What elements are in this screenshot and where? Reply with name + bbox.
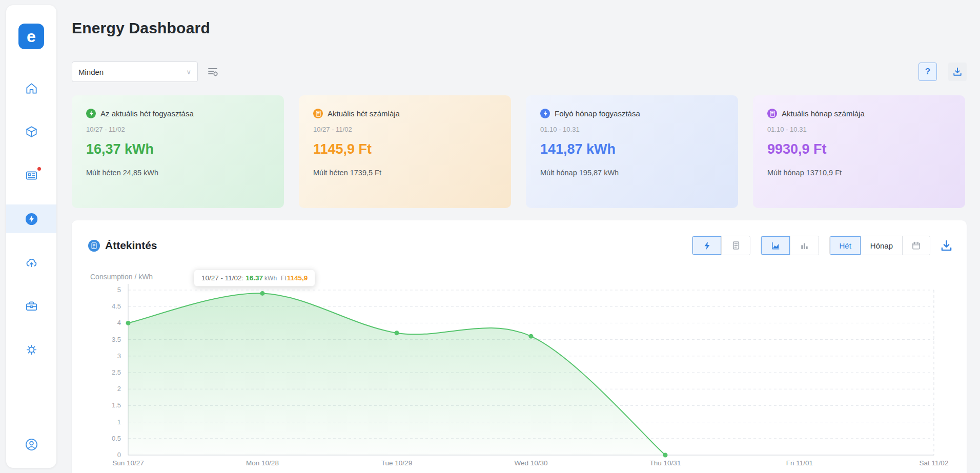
main-content: Energy Dashboard Minden ∨ ?: [72, 0, 967, 473]
svg-text:Fri 11/01: Fri 11/01: [786, 459, 813, 467]
range-month-button[interactable]: Hónap: [861, 236, 902, 255]
svg-text:Tue 10/29: Tue 10/29: [381, 459, 412, 467]
card-month-consumption[interactable]: Folyó hónap fogyasztása 01.10 - 10.31 14…: [526, 95, 738, 208]
range-calendar-button[interactable]: [902, 236, 930, 255]
tooltip-ft-value: 1145,9: [287, 274, 308, 282]
download-icon: [953, 67, 962, 76]
svg-text:0.5: 0.5: [112, 435, 121, 442]
card-compare: Múlt hónap 13710,9 Ft: [767, 169, 951, 177]
chart-tooltip: 10/27 - 11/02: 16.37 kWh Ft 1145,9: [194, 270, 315, 286]
overview-title: Áttekintés: [105, 239, 157, 252]
range-group: Hét Hónap: [829, 236, 930, 255]
sidebar-item-settings[interactable]: [6, 335, 56, 364]
filter-bar: Minden ∨ ?: [72, 61, 967, 82]
tooltip-kwh-value: 16.37: [246, 274, 263, 282]
card-value: 16,37 kWh: [86, 141, 270, 157]
list-settings-button[interactable]: [207, 66, 218, 77]
card-title: Folyó hónap fogyasztása: [555, 109, 640, 118]
card-value: 9930,9 Ft: [767, 141, 951, 157]
svg-text:Thu 10/31: Thu 10/31: [650, 459, 681, 467]
sidebar-item-toolbox[interactable]: [6, 292, 56, 320]
bar-chart-icon: [800, 241, 809, 250]
card-period: 01.10 - 10.31: [540, 126, 724, 133]
svg-text:1: 1: [117, 418, 121, 426]
tooltip-ft-label: Ft: [281, 275, 287, 282]
sidebar-item-energy[interactable]: [6, 204, 56, 233]
card-title: Aktuális hét számlája: [328, 109, 400, 118]
area-chart-button[interactable]: [761, 236, 790, 255]
area-chart-icon: [771, 241, 780, 250]
consumption-toggle-button[interactable]: [692, 236, 721, 255]
home-icon: [25, 81, 38, 95]
consumption-area-chart[interactable]: 00.511.522.533.544.55Sun 10/27Mon 10/28T…: [72, 255, 967, 471]
bill-icon: [767, 109, 777, 118]
svg-text:Wed 10/30: Wed 10/30: [514, 459, 547, 467]
card-compare: Múlt héten 1739,5 Ft: [313, 169, 497, 177]
card-value: 141,87 kWh: [540, 141, 724, 157]
cloud-upload-icon: [25, 256, 38, 270]
svg-text:1.5: 1.5: [112, 401, 121, 409]
svg-text:4: 4: [117, 319, 121, 326]
svg-text:Mon 10/28: Mon 10/28: [246, 459, 279, 467]
svg-text:Sat 11/02: Sat 11/02: [920, 459, 949, 467]
bolt-icon: [86, 109, 96, 118]
card-compare: Múlt héten 24,85 kWh: [86, 169, 270, 177]
card-week-bill[interactable]: Aktuális hét számlája 10/27 - 11/02 1145…: [299, 95, 511, 208]
notification-dot: [37, 167, 41, 171]
tooltip-kwh-unit: kWh: [264, 275, 277, 282]
device-filter-value: Minden: [78, 68, 104, 76]
svg-text:4.5: 4.5: [112, 302, 121, 310]
export-button[interactable]: [948, 63, 967, 81]
sidebar: e: [6, 5, 56, 468]
energy-bolt-icon: [25, 212, 38, 226]
chevron-down-icon: ∨: [186, 68, 191, 76]
card-title: Aktuális hónap számlája: [782, 109, 865, 118]
sidebar-item-home[interactable]: [6, 74, 56, 102]
tooltip-date: 10/27 - 11/02:: [201, 274, 243, 282]
card-period: 10/27 - 11/02: [313, 126, 497, 133]
card-period: 01.10 - 10.31: [767, 126, 951, 133]
page-title: Energy Dashboard: [72, 19, 967, 37]
list-settings-icon: [207, 66, 218, 77]
consumption-bolt-icon: [703, 241, 711, 250]
svg-text:5: 5: [117, 286, 121, 294]
settings-gear-icon: [25, 343, 38, 357]
chart-download-button[interactable]: [941, 240, 952, 252]
toolbox-icon: [25, 299, 38, 313]
bill-toggle-button[interactable]: [721, 236, 750, 255]
device-cube-icon: [25, 125, 38, 139]
app-logo: e: [18, 24, 44, 49]
svg-text:3.5: 3.5: [112, 336, 121, 343]
device-filter-select[interactable]: Minden ∨: [72, 61, 198, 82]
overview-panel: Áttekintés: [72, 220, 967, 473]
user-profile-icon: [25, 438, 38, 451]
help-button[interactable]: ?: [918, 63, 937, 81]
bill-icon: [732, 241, 740, 250]
card-week-consumption[interactable]: Az aktuális hét fogyasztása 10/27 - 11/0…: [72, 95, 284, 208]
calendar-icon: [912, 241, 921, 250]
bill-icon: [313, 109, 323, 118]
stat-cards: Az aktuális hét fogyasztása 10/27 - 11/0…: [72, 95, 967, 208]
overview-icon: [88, 240, 100, 252]
card-value: 1145,9 Ft: [313, 141, 497, 157]
svg-text:Sun 10/27: Sun 10/27: [112, 459, 144, 467]
svg-text:3: 3: [117, 352, 121, 360]
panel-card-icon: [25, 169, 38, 182]
sidebar-item-cloud-upload[interactable]: [6, 248, 56, 277]
card-month-bill[interactable]: Aktuális hónap számlája 01.10 - 10.31 99…: [753, 95, 965, 208]
chart-type-group: [761, 236, 819, 255]
card-period: 10/27 - 11/02: [86, 126, 270, 133]
svg-text:0: 0: [117, 451, 121, 459]
svg-text:2: 2: [117, 385, 121, 393]
svg-text:2.5: 2.5: [112, 368, 121, 376]
metric-toggle-group: [692, 236, 750, 255]
range-week-button[interactable]: Hét: [830, 236, 860, 255]
card-title: Az aktuális hét fogyasztása: [100, 109, 194, 118]
download-icon: [941, 240, 952, 252]
bolt-icon: [540, 109, 550, 118]
bar-chart-button[interactable]: [790, 236, 819, 255]
sidebar-item-panel[interactable]: [6, 161, 56, 190]
sidebar-item-devices[interactable]: [6, 117, 56, 146]
card-compare: Múlt hónap 195,87 kWh: [540, 169, 724, 177]
sidebar-item-profile[interactable]: [6, 430, 56, 459]
